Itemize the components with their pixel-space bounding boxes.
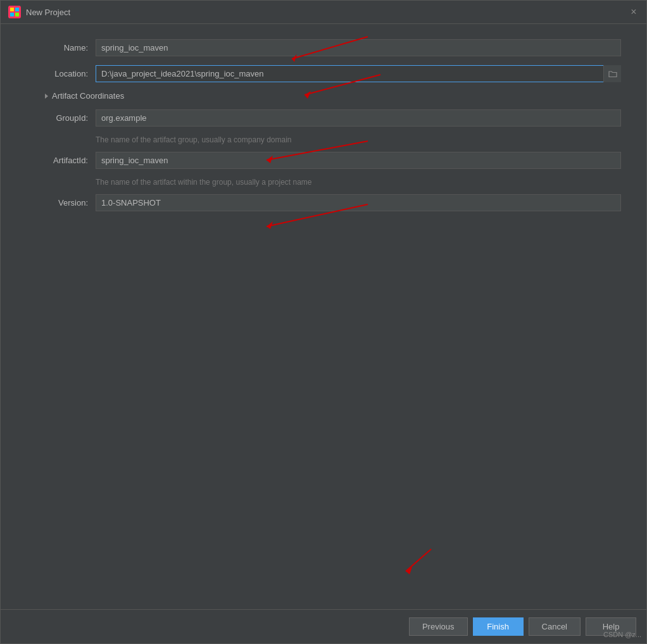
location-input-wrap (96, 65, 621, 82)
name-input-wrap (96, 39, 621, 56)
dialog-footer: Previous Finish Cancel Help (1, 609, 646, 643)
name-input[interactable] (96, 39, 621, 56)
folder-icon (608, 70, 617, 78)
location-input[interactable] (96, 65, 621, 82)
close-button[interactable]: × (629, 7, 639, 17)
dialog-title: New Project (26, 8, 70, 17)
title-bar-left: New Project (8, 6, 70, 18)
version-input-wrap (96, 194, 621, 211)
finish-button[interactable]: Finish (473, 617, 524, 636)
artifactid-input-wrap (96, 152, 621, 169)
name-row: Name: (26, 39, 621, 56)
svg-marker-12 (267, 221, 273, 229)
svg-rect-2 (15, 8, 19, 11)
artifact-section-title: Artifact Coordinates (52, 91, 124, 101)
watermark: CSDN @z... (603, 631, 641, 638)
groupid-hint: The name of the artifact group, usually … (26, 135, 621, 144)
title-bar: New Project × (1, 1, 646, 24)
groupid-row: GroupId: (26, 109, 621, 127)
app-icon (8, 6, 21, 18)
new-project-dialog: New Project × Name: Location: (0, 0, 647, 644)
svg-rect-1 (10, 8, 14, 11)
previous-button[interactable]: Previous (409, 617, 468, 636)
artifactid-row: ArtifactId: (26, 152, 621, 169)
version-row: Version: (26, 194, 621, 211)
artifact-section-header: Artifact Coordinates (26, 91, 621, 101)
location-label: Location: (26, 69, 96, 78)
dialog-content: Name: Location: Artifact Coordinates (1, 24, 646, 609)
version-label: Version: (26, 198, 96, 207)
location-row: Location: (26, 65, 621, 82)
name-label: Name: (26, 43, 96, 53)
svg-rect-4 (15, 13, 19, 16)
artifactid-input[interactable] (96, 152, 621, 169)
collapse-triangle-icon[interactable] (45, 94, 48, 99)
groupid-input[interactable] (96, 109, 621, 127)
groupid-input-wrap (96, 109, 621, 127)
groupid-label: GroupId: (26, 113, 96, 123)
artifactid-hint: The name of the artifact within the grou… (26, 178, 621, 187)
folder-browse-button[interactable] (603, 65, 621, 82)
version-input[interactable] (96, 194, 621, 211)
svg-marker-14 (406, 567, 412, 574)
svg-rect-3 (10, 13, 14, 16)
cancel-button[interactable]: Cancel (529, 617, 581, 636)
svg-line-13 (406, 549, 431, 571)
artifactid-label: ArtifactId: (26, 156, 96, 165)
